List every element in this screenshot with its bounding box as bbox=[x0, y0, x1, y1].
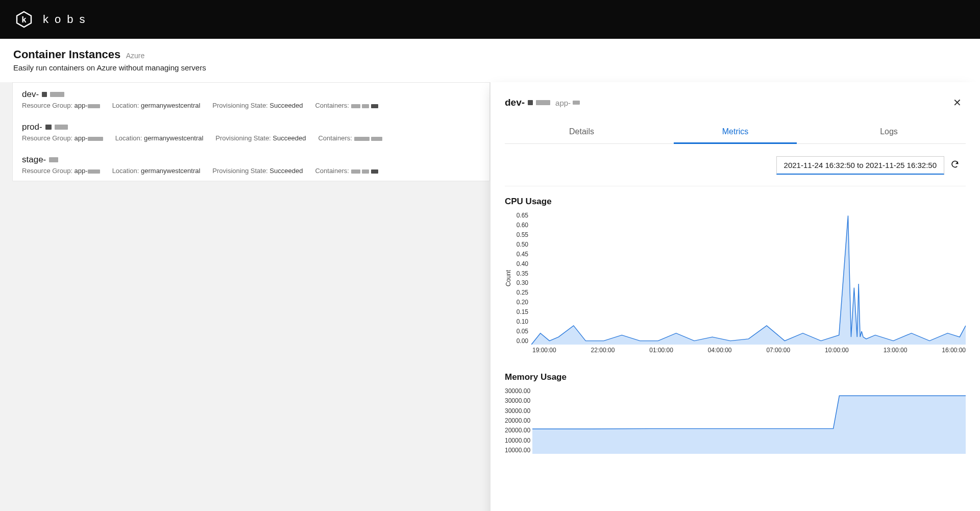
tab-logs[interactable]: Logs bbox=[812, 120, 966, 143]
redacted bbox=[88, 104, 100, 108]
redacted bbox=[45, 125, 52, 130]
tab-metrics[interactable]: Metrics bbox=[658, 120, 812, 143]
page-subtitle: Easily run containers on Azure without m… bbox=[13, 63, 967, 72]
redacted bbox=[88, 169, 100, 174]
instance-meta: Resource Group: app- Location: germanywe… bbox=[22, 134, 480, 142]
memory-chart-title: Memory Usage bbox=[505, 372, 966, 382]
redacted bbox=[371, 137, 382, 141]
panel-tabs: Details Metrics Logs bbox=[505, 120, 966, 144]
redacted bbox=[55, 125, 68, 130]
redacted bbox=[528, 100, 533, 105]
memory-chart: Memory Usage 30000.0030000.0030000.00200… bbox=[505, 372, 966, 454]
redacted bbox=[536, 100, 550, 105]
refresh-button[interactable] bbox=[944, 155, 966, 176]
refresh-icon bbox=[950, 160, 960, 172]
panel-header: dev- app- ✕ bbox=[491, 82, 980, 120]
cpu-ylabel: Count bbox=[505, 212, 512, 345]
detail-panel: dev- app- ✕ Details Metrics Logs 2021-11… bbox=[490, 82, 980, 511]
cpu-yaxis: 0.650.600.550.500.450.400.350.300.250.20… bbox=[512, 212, 531, 345]
memory-yaxis: 30000.0030000.0030000.0020000.0020000.00… bbox=[505, 387, 532, 454]
instance-name: dev- bbox=[22, 89, 480, 100]
memory-plot bbox=[532, 387, 966, 454]
instance-list-pane: dev- Resource Group: app- Location: germ… bbox=[0, 82, 490, 511]
instance-list: dev- Resource Group: app- Location: germ… bbox=[12, 82, 490, 181]
logo-icon: k bbox=[15, 11, 33, 28]
instance-row[interactable]: prod- Resource Group: app- Location: ger… bbox=[13, 115, 489, 148]
cpu-chart-title: CPU Usage bbox=[505, 197, 966, 207]
instance-row[interactable]: stage- Resource Group: app- Location: ge… bbox=[13, 148, 489, 181]
panel-subtitle: app- bbox=[555, 99, 580, 107]
svg-text:k: k bbox=[22, 15, 27, 24]
redacted bbox=[371, 169, 378, 174]
instance-meta: Resource Group: app- Location: germanywe… bbox=[22, 167, 480, 175]
redacted bbox=[88, 137, 103, 141]
logo: k kobs bbox=[15, 11, 91, 28]
panel-body: 2021-11-24 16:32:50 to 2021-11-25 16:32:… bbox=[491, 144, 980, 483]
redacted bbox=[351, 169, 360, 174]
cpu-xaxis: 19:00:0022:00:0001:00:0004:00:0007:00:00… bbox=[505, 345, 966, 354]
redacted bbox=[371, 104, 378, 108]
cpu-plot bbox=[531, 212, 966, 345]
metrics-controls: 2021-11-24 16:32:50 to 2021-11-25 16:32:… bbox=[505, 155, 966, 186]
instance-row[interactable]: dev- Resource Group: app- Location: germ… bbox=[13, 83, 489, 115]
redacted bbox=[49, 157, 58, 162]
instance-meta: Resource Group: app- Location: germanywe… bbox=[22, 102, 480, 109]
close-icon[interactable]: ✕ bbox=[949, 94, 966, 111]
page-title: Container Instances bbox=[13, 48, 120, 61]
cpu-chart: CPU Usage Count 0.650.600.550.500.450.40… bbox=[505, 197, 966, 354]
topbar: k kobs bbox=[0, 0, 980, 39]
time-range-picker[interactable]: 2021-11-24 16:32:50 to 2021-11-25 16:32:… bbox=[776, 156, 944, 175]
redacted bbox=[351, 104, 360, 108]
redacted bbox=[362, 104, 369, 108]
redacted bbox=[42, 92, 47, 97]
redacted bbox=[50, 92, 64, 97]
tab-details[interactable]: Details bbox=[505, 120, 658, 143]
instance-name: stage- bbox=[22, 155, 480, 165]
panel-title: dev- bbox=[505, 97, 550, 108]
redacted bbox=[362, 169, 369, 174]
page-provider: Azure bbox=[126, 52, 145, 60]
instance-name: prod- bbox=[22, 122, 480, 132]
main: dev- Resource Group: app- Location: germ… bbox=[0, 82, 980, 511]
brand-name: kobs bbox=[43, 13, 91, 26]
redacted bbox=[354, 137, 370, 141]
page-header: Container Instances Azure Easily run con… bbox=[0, 39, 980, 82]
redacted bbox=[573, 101, 580, 105]
